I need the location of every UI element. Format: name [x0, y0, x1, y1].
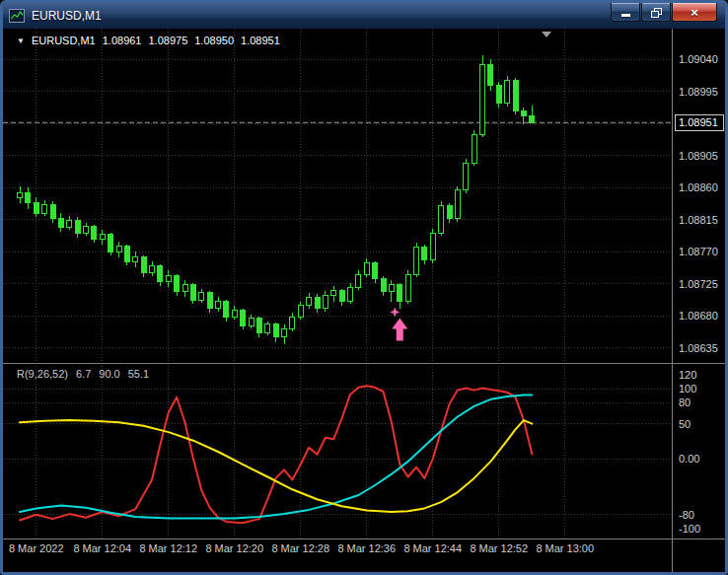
indicator-tick-label: 100: [679, 383, 696, 395]
time-axis-label: 8 Mar 12:52: [470, 542, 528, 554]
chart-ohlc-label: ▼ EURUSD,M1 1.08961 1.08975 1.08950 1.08…: [17, 35, 280, 46]
time-axis-label: 8 Mar 12:12: [139, 542, 197, 554]
candle-bear: [530, 115, 535, 122]
candle-bull: [216, 302, 221, 309]
indicator-tick-label: 50: [679, 418, 691, 430]
indicator-line-red: [20, 386, 532, 523]
price-tick-label: 1.08635: [679, 342, 718, 354]
price-tick-label: 1.08905: [679, 150, 718, 162]
window-title: EURUSD,M1: [32, 9, 102, 23]
indicator-tick-label: 80: [679, 396, 691, 408]
candle-bear: [190, 284, 195, 300]
candle-bull: [430, 233, 435, 259]
candle-bull: [182, 284, 187, 291]
candle-bear: [521, 110, 526, 115]
time-axis-label: 8 Mar 12:44: [403, 542, 462, 554]
ohlc-low: 1.08950: [194, 35, 234, 46]
candle-bear: [175, 276, 180, 292]
candle-bull: [389, 284, 394, 291]
candle-bull: [472, 135, 476, 164]
candle-bull: [199, 293, 204, 300]
candle-bull: [166, 276, 171, 282]
indicator-tick-label: -100: [679, 523, 700, 535]
indicator-tick-label: 0.00: [679, 453, 699, 465]
ohlc-high: 1.08975: [148, 35, 187, 46]
indicator-label: R(9,26,52) 6.7 90.0 55.1: [17, 368, 149, 380]
candle-bear: [273, 324, 278, 337]
price-tick-label: 1.08770: [679, 246, 718, 257]
indicator-name: R(9,26,52): [17, 368, 68, 380]
candle-bull: [150, 265, 155, 272]
candle-bull: [480, 65, 485, 135]
candle-bear: [158, 265, 163, 281]
indicator-value-red: 6.7: [76, 368, 91, 380]
time-axis-label: 8 Mar 13:00: [536, 542, 594, 554]
chart-client-area: 1.090401.089951.089501.089051.088601.088…: [3, 29, 725, 572]
candle-bear: [488, 65, 493, 85]
current-price-label: 1.08951: [679, 116, 718, 128]
window-controls: ×: [610, 3, 717, 22]
chart-window: EURUSD,M1 × 1.090401.089951.089501.08905…: [0, 0, 728, 575]
time-axis-label: 8 Mar 12:36: [337, 542, 396, 554]
candle-bear: [50, 204, 55, 218]
candle-bear: [109, 235, 113, 252]
candle-bull: [133, 257, 138, 261]
candle-bear: [241, 310, 246, 325]
candle-bear: [58, 219, 63, 228]
chart-shift-marker[interactable]: [542, 32, 551, 37]
close-button[interactable]: ×: [672, 3, 717, 22]
candle-bear: [422, 248, 427, 260]
restore-button[interactable]: [641, 3, 671, 22]
candle-bear: [92, 226, 97, 239]
candle-bull: [67, 220, 72, 227]
indicator-value-yellow: 55.1: [128, 368, 149, 380]
window-titlebar[interactable]: EURUSD,M1 ×: [3, 3, 725, 29]
candle-bear: [256, 319, 261, 332]
candle-bull: [464, 163, 469, 189]
candle-bull: [364, 263, 369, 275]
minimize-icon: [621, 14, 630, 17]
candle-bear: [398, 284, 402, 301]
indicator-tick-label: -80: [679, 509, 694, 521]
candle-bull: [100, 235, 105, 239]
candle-bull: [290, 317, 295, 328]
chart-plot[interactable]: 1.090401.089951.089501.089051.088601.088…: [3, 29, 725, 572]
ohlc-open: 1.08961: [103, 35, 142, 46]
minimize-button[interactable]: [611, 3, 640, 22]
candle-bull: [439, 206, 444, 233]
price-tick-label: 1.08680: [679, 310, 718, 322]
candle-bear: [207, 293, 212, 309]
candle-bull: [282, 328, 287, 337]
candle-bull: [323, 296, 328, 309]
price-tick-label: 1.09040: [679, 53, 718, 65]
candle-bull: [356, 274, 361, 287]
candle-bull: [455, 190, 460, 219]
candle-bear: [315, 297, 320, 309]
indicator-line-cyan: [20, 395, 532, 519]
price-tick-label: 1.08860: [679, 181, 718, 193]
candle-bull: [414, 248, 419, 274]
candle-bear: [381, 278, 386, 291]
candle-bear: [224, 302, 229, 318]
candle-bear: [124, 246, 129, 261]
candle-bull: [84, 226, 89, 233]
price-tick-label: 1.08995: [679, 86, 718, 98]
buy-arrow[interactable]: [392, 318, 407, 340]
candle-bull: [232, 310, 237, 317]
candle-bear: [373, 263, 378, 279]
chart-symbol-period: EURUSD,M1: [32, 35, 96, 46]
candle-bull: [348, 287, 353, 301]
candle-bull: [265, 324, 270, 333]
candle-bear: [496, 85, 501, 104]
candle-bull: [505, 81, 510, 104]
price-tick-label: 1.08725: [679, 278, 718, 290]
candle-bull: [405, 274, 410, 301]
close-icon: ×: [691, 6, 698, 19]
one-click-trading-arrow[interactable]: ▼: [17, 36, 25, 45]
window-icon[interactable]: [9, 9, 25, 23]
time-axis-label: 8 Mar 12:04: [73, 542, 131, 554]
candle-bull: [116, 246, 121, 252]
restore-icon: [651, 8, 662, 17]
time-axis-label: 8 Mar 12:28: [271, 542, 329, 554]
price-tick-label: 1.08815: [679, 214, 718, 226]
